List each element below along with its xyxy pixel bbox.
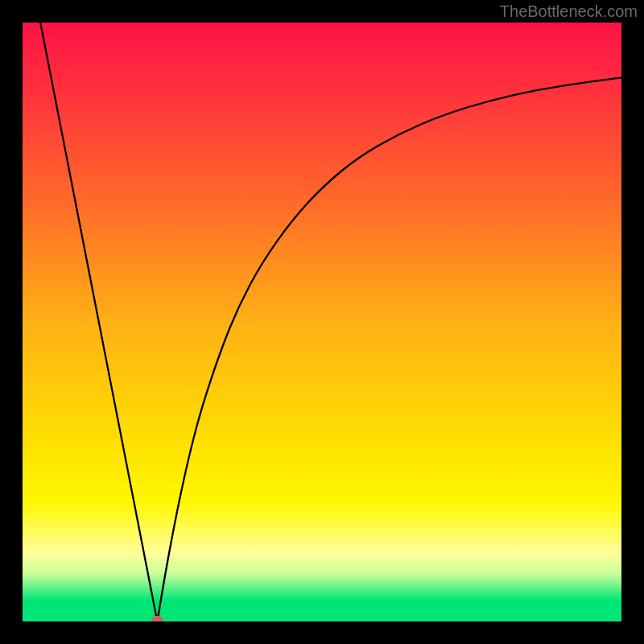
chart-container: TheBottleneck.com: [0, 0, 644, 644]
watermark-text: TheBottleneck.com: [500, 2, 638, 21]
bottleneck-curve-chart: [0, 0, 644, 644]
